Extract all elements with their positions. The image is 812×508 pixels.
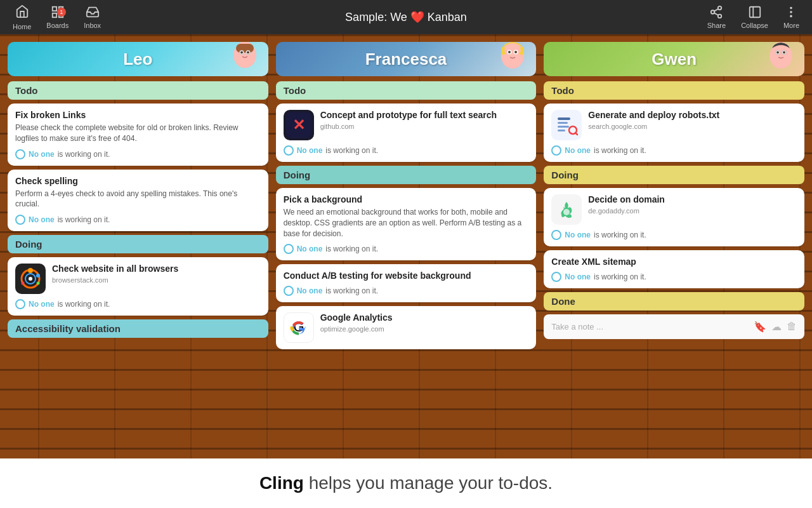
- card-fix-links[interactable]: Fix broken Links Please check the comple…: [8, 104, 268, 166]
- svg-point-58: [563, 209, 570, 215]
- svg-rect-17: [236, 44, 254, 53]
- working-label: is working on it.: [58, 150, 110, 159]
- svg-point-28: [36, 274, 40, 277]
- bookmark-icon[interactable]: 🔖: [754, 321, 766, 333]
- no-one-label: No one: [565, 272, 591, 281]
- nav-title: Sample: We ❤️ Kanban: [345, 10, 467, 24]
- card-fix-links-title: Fix broken Links: [15, 110, 261, 120]
- avatar-leo: [228, 42, 262, 76]
- assignee-icon: [15, 299, 25, 309]
- section-label-gwen-doing: Doing: [544, 166, 804, 184]
- section-label-gwen-todo: Todo: [544, 81, 804, 100]
- svg-line-8: [714, 9, 718, 11]
- note-placeholder: Take a note ...: [551, 322, 603, 331]
- no-one-label: No one: [29, 215, 55, 224]
- col-gwen: Gwen Todo: [544, 42, 804, 451]
- nav-inbox[interactable]: Inbox: [79, 3, 106, 32]
- google-icon: G: [284, 312, 314, 343]
- col-francesca: Francesca Todo: [276, 42, 537, 451]
- home-label: Home: [13, 23, 31, 30]
- section-label-leo-accessibility: Accessibility validation: [8, 319, 268, 338]
- no-one-label: No one: [297, 244, 323, 253]
- svg-rect-53: [558, 126, 569, 128]
- card-domain-footer: No one is working on it.: [551, 230, 797, 240]
- cloud-icon[interactable]: ☁: [771, 321, 782, 333]
- card-fulltext-footer: No one is working on it.: [284, 145, 529, 156]
- no-one-label: No one: [565, 231, 591, 239]
- svg-point-31: [29, 277, 32, 281]
- delete-icon[interactable]: 🗑: [787, 321, 797, 333]
- card-background-desc: We need an emotional background that wor…: [284, 207, 529, 239]
- home-icon: [15, 4, 29, 22]
- svg-point-11: [791, 8, 792, 9]
- tagline-text: Cling helps you manage your to-dos.: [259, 473, 553, 493]
- card-background-footer: No one is working on it.: [284, 244, 529, 254]
- card-domain-content: Decide on domain de.godaddy.com: [551, 194, 797, 225]
- card-google-analytics[interactable]: G Google Analytics optimize.google.com: [276, 306, 537, 349]
- card-spelling-footer: No one is working on it.: [15, 215, 261, 225]
- card-ab-footer: No one is working on it.: [284, 286, 529, 296]
- topnav: Home 1 Boards Inbox Sample: We ❤️ Ka: [0, 0, 812, 34]
- assignee-icon: [284, 244, 294, 254]
- godaddy-icon: [551, 194, 582, 225]
- note-input-area[interactable]: Take a note ... 🔖 ☁ 🗑: [544, 314, 804, 339]
- card-browsers[interactable]: Check website in all browsers browsersta…: [8, 257, 268, 316]
- tagline-rest: helps you manage your to-dos.: [304, 473, 553, 493]
- working-label: is working on it.: [594, 146, 646, 155]
- assignee-icon: [15, 149, 25, 159]
- card-robots-footer: No one is working on it.: [551, 145, 797, 156]
- nav-home[interactable]: Home: [8, 2, 36, 33]
- working-label: is working on it.: [325, 244, 378, 253]
- svg-point-22: [240, 51, 243, 54]
- nav-collapse[interactable]: Collapse: [736, 3, 773, 32]
- svg-rect-9: [749, 7, 760, 18]
- card-browsers-footer: No one is working on it.: [15, 299, 261, 309]
- card-ab-title: Conduct A/B testing for website backgrou…: [284, 271, 529, 281]
- col-header-francesca: Francesca: [276, 42, 537, 76]
- svg-rect-54: [558, 130, 565, 131]
- avatar-francesca: [495, 42, 530, 76]
- card-fix-links-footer: No one is working on it.: [15, 149, 261, 159]
- card-ga-link: optimize.google.com: [320, 325, 393, 333]
- card-domain[interactable]: Decide on domain de.godaddy.com No one i…: [544, 188, 804, 246]
- board-area: Leo Todo: [0, 34, 812, 458]
- svg-point-29: [37, 282, 40, 285]
- collapse-label: Collapse: [741, 22, 768, 29]
- boards-label: Boards: [46, 22, 69, 29]
- nav-more[interactable]: More: [778, 3, 804, 32]
- collapse-icon: [748, 5, 762, 20]
- card-background[interactable]: Pick a background We need an emotional b…: [276, 188, 537, 260]
- avatar-gwen: [764, 42, 798, 76]
- svg-point-36: [508, 51, 511, 53]
- share-label: Share: [707, 22, 726, 29]
- no-one-label: No one: [297, 286, 323, 295]
- working-label: is working on it.: [325, 286, 378, 295]
- nav-share[interactable]: Share: [702, 3, 731, 32]
- note-actions: 🔖 ☁ 🗑: [754, 321, 797, 333]
- card-fulltext-content: ✕ Concept and prototype for full text se…: [284, 110, 529, 140]
- card-spelling-desc: Perform a 4-eyes check to avoid any spel…: [15, 189, 261, 210]
- card-ab-testing[interactable]: Conduct A/B testing for website backgrou…: [276, 264, 537, 302]
- svg-point-5: [711, 10, 715, 14]
- card-ga-content: G Google Analytics optimize.google.com: [284, 312, 529, 343]
- section-label-leo-doing: Doing: [8, 235, 268, 253]
- card-ga-text: Google Analytics optimize.google.com: [320, 312, 393, 333]
- section-label-francesca-doing: Doing: [276, 166, 537, 184]
- nav-left: Home 1 Boards Inbox: [8, 2, 106, 33]
- nav-boards[interactable]: 1 Boards: [41, 3, 74, 32]
- svg-point-30: [22, 282, 25, 285]
- svg-point-37: [514, 51, 517, 53]
- card-spelling[interactable]: Check spelling Perform a 4-eyes check to…: [8, 170, 268, 232]
- assignee-icon: [284, 286, 294, 296]
- svg-point-13: [791, 16, 792, 17]
- card-robots[interactable]: Generate and deploy robots.txt search.go…: [544, 104, 804, 162]
- nav-right: Share Collapse More: [702, 3, 804, 32]
- card-sitemap[interactable]: Create XML sitemap No one is working on …: [544, 250, 804, 288]
- no-one-label: No one: [29, 150, 55, 159]
- no-one-label: No one: [297, 146, 323, 155]
- card-fulltext[interactable]: ✕ Concept and prototype for full text se…: [276, 104, 537, 162]
- more-label: More: [783, 22, 799, 29]
- tagline-bold: Cling: [259, 473, 304, 493]
- card-ga-title: Google Analytics: [320, 312, 393, 323]
- card-background-title: Pick a background: [284, 194, 529, 204]
